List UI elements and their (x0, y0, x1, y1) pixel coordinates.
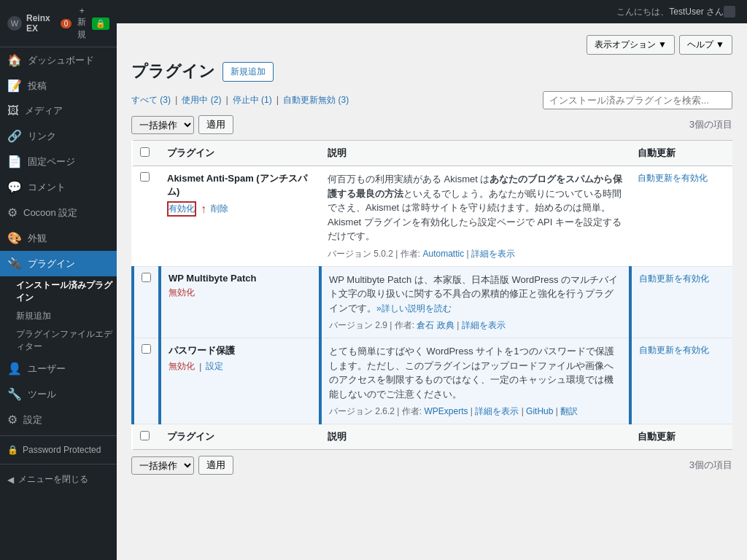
apply-button-top[interactable]: 適用 (198, 115, 233, 134)
pp-desc-cell: とても簡単にすばやく WordPress サイトを1つのパスワードで保護します。… (320, 338, 630, 424)
help-button[interactable]: ヘルプ ▼ (679, 35, 732, 55)
select-all-checkbox[interactable] (140, 147, 150, 157)
akismet-details-link[interactable]: 詳細を表示 (471, 249, 515, 259)
sep1: | (175, 94, 177, 106)
sidebar-item-comments[interactable]: 💬 コメント (0, 174, 117, 200)
activate-akismet-link[interactable]: 有効化 (169, 203, 195, 215)
col-desc-header: 説明 (320, 141, 630, 166)
wpmb-name: WP Multibyte Patch (169, 273, 311, 284)
akismet-name-cell: Akismet Anti-Spam (アンチスパム) 有効化 ↑ 削除 (160, 166, 320, 267)
topbar: こんにちは、 TestUser さん (117, 0, 747, 23)
sidebar-item-label: 設定 (23, 413, 42, 427)
bulk-select-top[interactable]: 一括操作 (131, 116, 194, 134)
apply-button-bottom[interactable]: 適用 (198, 456, 233, 475)
search-input[interactable] (543, 91, 732, 109)
select-all-footer-checkbox[interactable] (140, 431, 150, 440)
media-icon: 🖼 (7, 104, 19, 117)
close-menu[interactable]: ◀ メニューを閉じる (0, 467, 117, 491)
akismet-author-link[interactable]: Automattic (422, 249, 464, 259)
pp-details-link[interactable]: 詳細を表示 (475, 406, 519, 416)
new-button[interactable]: + 新規 (76, 6, 88, 41)
footer-col-checkbox (133, 424, 160, 450)
wpmb-author-link[interactable]: 倉石 政典 (417, 320, 454, 330)
settings-pp-link[interactable]: 設定 (206, 360, 223, 373)
arrow-left-icon: ◀ (7, 475, 14, 485)
sidebar-divider (0, 435, 117, 436)
submenu-installed-plugins[interactable]: インストール済みプラグイン (0, 276, 117, 307)
wpmb-auto-update[interactable]: 自動更新を有効化 (639, 273, 709, 284)
footer-col-auto: 自動更新 (630, 424, 732, 450)
lock-small-icon: 🔒 (7, 445, 18, 455)
akismet-desc: 何百万もの利用実績がある Akismet はあなたのブログをスパムから保護する最… (328, 172, 623, 244)
filter-inactive[interactable]: 停止中 (1) (233, 94, 272, 106)
plugin-checkbox-pp[interactable] (142, 344, 151, 354)
sidebar-item-dashboard[interactable]: 🏠 ダッシュボード (0, 47, 117, 73)
pp-name: パスワード保護 (169, 344, 311, 357)
page-header: プラグイン 新規追加 (131, 61, 732, 82)
greeting: こんにちは、 (616, 6, 669, 18)
wpmb-name-cell: WP Multibyte Patch 無効化 (160, 266, 320, 338)
table-row: Akismet Anti-Spam (アンチスパム) 有効化 ↑ 削除 何百万も… (133, 166, 732, 267)
sidebar-item-pages[interactable]: 📄 固定ページ (0, 149, 117, 174)
sidebar-item-plugins[interactable]: 🔌 プラグイン (0, 251, 117, 276)
submenu-add-new[interactable]: 新規追加 (0, 307, 117, 325)
wpmb-details-link[interactable]: 詳細を表示 (462, 320, 506, 330)
comments-icon: 💬 (7, 180, 22, 194)
wpmb-more-link[interactable]: »詳しい説明を読む (376, 303, 452, 314)
pp-translate-link[interactable]: 翻訳 (560, 406, 578, 416)
pp-name-cell: パスワード保護 無効化 | 設定 (160, 338, 320, 424)
col-auto-header: 自動更新 (630, 141, 732, 166)
submenu-plugin-editor[interactable]: プラグインファイルエディター (0, 325, 117, 356)
row-checkbox-cell (133, 166, 160, 267)
dashboard-icon: 🏠 (7, 53, 22, 67)
sidebar-item-label: コメント (28, 181, 66, 194)
filter-all[interactable]: すべて (3) (131, 94, 171, 106)
sidebar-item-label: ユーザー (28, 362, 66, 376)
sidebar-item-appearance[interactable]: 🎨 外観 (0, 225, 117, 251)
filter-auto-disabled[interactable]: 自動更新無効 (3) (283, 94, 349, 106)
pp-author-link[interactable]: WPExperts (424, 406, 468, 416)
page-title: プラグイン (131, 61, 215, 82)
links-icon: 🔗 (7, 129, 22, 143)
item-count-top: 3個の項目 (689, 118, 732, 131)
deactivate-wpmb-link[interactable]: 無効化 (169, 287, 195, 299)
table-footer-row: プラグイン 説明 自動更新 (133, 424, 732, 450)
bulk-select-bottom[interactable]: 一括操作 (131, 456, 194, 475)
akismet-auto-update[interactable]: 自動更新を有効化 (638, 173, 708, 183)
item-count-bottom: 3個の項目 (689, 459, 732, 472)
sidebar-item-tools[interactable]: 🔧 ツール (0, 381, 117, 407)
filter-active[interactable]: 使用中 (2) (182, 94, 221, 106)
sidebar-item-posts[interactable]: 📝 投稿 (0, 73, 117, 98)
sidebar-item-password-protected[interactable]: 🔒 Password Protected (0, 439, 117, 461)
pp-version: バージョン 2.6.2 | 作者: WPExperts | 詳細を表示 | Gi… (329, 405, 622, 418)
sidebar-item-cocoon[interactable]: ⚙ Cocoon 設定 (0, 200, 117, 225)
pages-icon: 📄 (7, 155, 22, 168)
pp-auto-update[interactable]: 自動更新を有効化 (639, 345, 709, 355)
plugin-table: プラグイン 説明 自動更新 Akismet Anti-Spam (アンチスパム) (131, 140, 732, 450)
sidebar-item-label: ツール (28, 388, 56, 401)
akismet-auto-cell: 自動更新を有効化 (630, 166, 732, 267)
sidebar-item-settings[interactable]: ⚙ 設定 (0, 407, 117, 432)
sidebar-item-label: メディア (25, 104, 63, 117)
plugin-checkbox-wpmb[interactable] (142, 273, 151, 282)
delete-akismet-link[interactable]: 削除 (211, 203, 228, 215)
sidebar-item-label: 外観 (28, 232, 47, 245)
pp-github-link[interactable]: GitHub (526, 406, 553, 416)
sidebar-item-label: ダッシュボード (28, 54, 94, 67)
sidebar-divider2 (0, 464, 117, 464)
sidebar-item-media[interactable]: 🖼 メディア (0, 98, 117, 123)
new-add-button[interactable]: 新規追加 (222, 62, 274, 82)
deactivate-pp-link[interactable]: 無効化 (169, 360, 195, 373)
username: TestUser さん (669, 6, 724, 18)
site-name: Reinx EX (26, 13, 56, 34)
close-menu-label: メニューを閉じる (18, 473, 88, 486)
posts-icon: 📝 (7, 79, 22, 93)
display-options-button[interactable]: 表示オプション ▼ (587, 35, 675, 55)
sep-pipe: | (199, 361, 201, 372)
lock-icon: 🔒 (92, 18, 109, 30)
sidebar-item-users[interactable]: 👤 ユーザー (0, 356, 117, 381)
plugin-checkbox-akismet[interactable] (140, 172, 150, 182)
bold-text: あなたのブログをスパムから保護する最良の方法 (328, 174, 622, 199)
sidebar-item-links[interactable]: 🔗 リンク (0, 123, 117, 149)
sidebar-item-label: リンク (28, 130, 56, 143)
